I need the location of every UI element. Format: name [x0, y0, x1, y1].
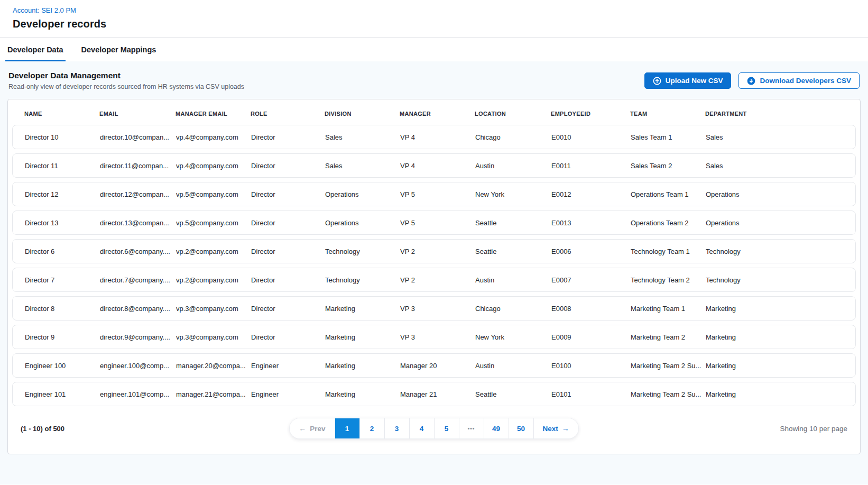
table-cell: Director 9	[25, 333, 100, 341]
table-cell: Sales Team 1	[631, 133, 706, 141]
table-cell: Seattle	[475, 219, 551, 227]
tab-developer-mappings[interactable]: Developer Mappings	[79, 38, 159, 61]
table-cell: New York	[475, 190, 551, 198]
table-row: Engineer 100engineer.100@comp...manager.…	[12, 353, 856, 378]
section-header-text: Developer Data Management Read-only view…	[8, 71, 244, 90]
table-row: Director 9director.9@company....vp.3@com…	[12, 325, 856, 349]
table-cell: director.10@compan...	[100, 133, 176, 141]
page-header: Account: SEI 2.0 PM Developer records	[0, 0, 868, 38]
column-header-employeeid: EMPLOYEEID	[551, 111, 630, 117]
page: Account: SEI 2.0 PM Developer records De…	[0, 0, 868, 484]
pagination-range-label: (1 - 10) of 500	[21, 425, 289, 433]
table-cell: E0100	[551, 362, 631, 370]
table-cell: Austin	[475, 276, 551, 284]
table-cell: vp.3@company.com	[176, 305, 251, 313]
table-cell: Technology	[706, 248, 855, 255]
table-cell: Director	[251, 276, 325, 284]
table-cell: Marketing	[706, 362, 855, 370]
table-cell: Seattle	[475, 248, 551, 255]
table-cell: Marketing	[706, 390, 855, 398]
pagination-page-3[interactable]: 3	[385, 418, 410, 438]
table-cell: manager.21@compa...	[176, 390, 251, 398]
table-cell: director.13@compan...	[100, 219, 176, 227]
table-row: Director 6director.6@company....vp.2@com…	[12, 239, 856, 263]
pagination-page-4[interactable]: 4	[410, 418, 435, 438]
table-cell: Sales	[325, 133, 400, 141]
right-arrow-icon: →	[562, 425, 569, 432]
account-breadcrumb-link[interactable]: Account: SEI 2.0 PM	[13, 6, 76, 14]
table-cell: vp.4@company.com	[176, 162, 251, 170]
pagination-page-5[interactable]: 5	[435, 418, 459, 438]
table-cell: E0101	[551, 390, 631, 398]
pagination-page-2[interactable]: 2	[360, 418, 385, 438]
table-row: Director 7director.7@company....vp.2@com…	[12, 268, 856, 292]
table-cell: engineer.101@comp...	[100, 390, 176, 398]
tab-developer-data[interactable]: Developer Data	[5, 38, 66, 61]
table-cell: VP 2	[400, 276, 475, 284]
table-cell: Marketing Team 2	[631, 333, 706, 341]
pagination-page-49[interactable]: 49	[484, 418, 509, 438]
table-cell: director.7@company....	[100, 276, 176, 284]
pagination-ellipsis: •••	[459, 418, 484, 438]
table-cell: VP 5	[400, 190, 475, 198]
pagination-next-button[interactable]: Next→	[534, 418, 578, 438]
table-cell: E0013	[551, 219, 631, 227]
table-cell: Marketing Team 1	[631, 305, 706, 313]
table-cell: E0007	[551, 276, 631, 284]
table-cell: Technology	[706, 276, 855, 284]
table-cell: Technology	[325, 248, 400, 255]
table-cell: Sales Team 2	[631, 162, 706, 170]
page-title: Developer records	[13, 18, 855, 30]
table-cell: Manager 21	[400, 390, 475, 398]
table-cell: Director	[251, 133, 325, 141]
column-header-email: EMAIL	[99, 111, 176, 117]
table-cell: vp.3@company.com	[176, 333, 251, 341]
table-cell: Director 10	[25, 133, 100, 141]
table-cell: VP 2	[400, 248, 475, 255]
table-cell: Marketing	[325, 305, 400, 313]
table-cell: director.8@company....	[100, 305, 176, 313]
column-header-department: DEPARTMENT	[705, 111, 856, 117]
table-cell: Director 7	[25, 276, 100, 284]
table-cell: VP 5	[400, 219, 475, 227]
table-row: Director 12director.12@compan...vp.5@com…	[12, 182, 856, 206]
left-arrow-icon: ←	[299, 425, 306, 432]
table-cell: Operations	[706, 219, 855, 227]
tab-bar: Developer DataDeveloper Mappings	[0, 38, 868, 61]
pagination-page-50[interactable]: 50	[509, 418, 534, 438]
column-header-manager: MANAGER	[400, 111, 475, 117]
download-developers-csv-button[interactable]: Download Developers CSV	[738, 72, 860, 89]
column-header-location: LOCATION	[475, 111, 551, 117]
table-cell: Marketing	[706, 305, 855, 313]
table-cell: Director 13	[25, 219, 100, 227]
table-cell: Director	[251, 219, 325, 227]
table-cell: Director 6	[25, 248, 100, 255]
column-header-team: TEAM	[630, 111, 705, 117]
csv-actions: Upload New CSV Download Developers CSV	[644, 72, 860, 89]
table-cell: E0012	[551, 190, 631, 198]
table-cell: Austin	[475, 162, 551, 170]
table-cell: Marketing	[325, 333, 400, 341]
table-cell: director.6@company....	[100, 248, 176, 255]
download-circle-arrow-icon	[747, 77, 755, 85]
table-cell: vp.5@company.com	[176, 219, 251, 227]
table-cell: Marketing	[325, 390, 400, 398]
table-cell: E0009	[551, 333, 631, 341]
table-cell: VP 3	[400, 305, 475, 313]
upload-new-csv-button[interactable]: Upload New CSV	[644, 72, 732, 89]
table-cell: Director	[251, 190, 325, 198]
table-cell: Engineer 100	[25, 362, 100, 370]
table-cell: E0008	[551, 305, 631, 313]
table-cell: Austin	[475, 362, 551, 370]
download-button-label: Download Developers CSV	[760, 77, 851, 85]
table-cell: Marketing	[325, 362, 400, 370]
table-cell: director.12@compan...	[100, 190, 176, 198]
table-cell: Operations	[325, 190, 400, 198]
upload-circle-arrow-icon	[653, 77, 661, 85]
table-cell: Director	[251, 305, 325, 313]
table-cell: Engineer	[251, 390, 325, 398]
pagination-prev-button[interactable]: ←Prev	[290, 418, 335, 438]
section-title: Developer Data Management	[8, 71, 244, 80]
pagination-page-1[interactable]: 1	[335, 418, 360, 438]
table-cell: Seattle	[475, 390, 551, 398]
